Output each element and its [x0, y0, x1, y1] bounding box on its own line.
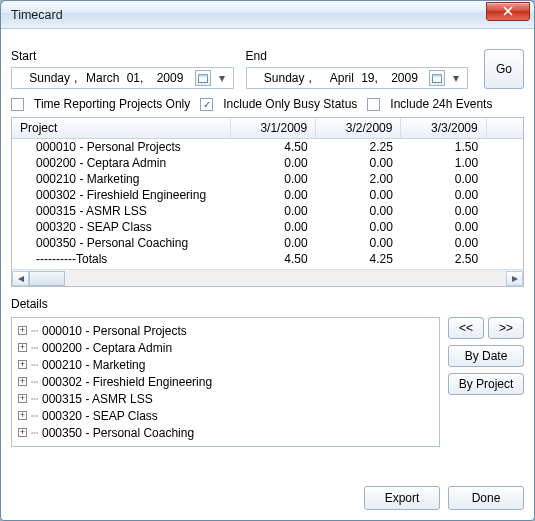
table-row[interactable]: 000320 - SEAP Class0.000.000.000.00 — [12, 219, 523, 235]
tree-item-label: 000010 - Personal Projects — [42, 324, 187, 338]
value-cell: 0.00 — [230, 219, 315, 235]
horizontal-scrollbar[interactable]: ◂ ▸ — [12, 269, 523, 286]
go-button[interactable]: Go — [484, 49, 524, 89]
value-cell: 2.25 — [486, 139, 523, 156]
value-cell: 0.00 — [486, 187, 523, 203]
start-dayname: Sunday — [16, 71, 70, 85]
busy-status-checkbox[interactable]: ✓ — [200, 98, 213, 111]
start-date-picker[interactable]: Sunday , March 01, 2009 ▾ — [11, 67, 234, 89]
col-date-1[interactable]: 3/1/2009 — [230, 118, 315, 139]
table-grid[interactable]: Project 3/1/2009 3/2/2009 3/3/2009 3/4/2… — [12, 118, 523, 269]
value-cell: 0.00 — [230, 155, 315, 171]
export-button[interactable]: Export — [364, 486, 440, 510]
timecard-table: Project 3/1/2009 3/2/2009 3/3/2009 3/4/2… — [11, 117, 524, 287]
value-cell: 0.00 — [401, 187, 486, 203]
table-row[interactable]: 000010 - Personal Projects4.502.251.502.… — [12, 139, 523, 156]
svg-rect-1 — [198, 75, 207, 77]
window-title: Timecard — [11, 8, 486, 22]
expand-icon[interactable]: + — [18, 343, 27, 352]
table-row[interactable]: 000315 - ASMR LSS0.000.000.000.75 — [12, 203, 523, 219]
tree-item[interactable]: +┄000315 - ASMR LSS — [14, 390, 437, 407]
value-cell: 2.25 — [316, 139, 401, 156]
tree-item[interactable]: +┄000200 - Ceptara Admin — [14, 339, 437, 356]
end-dayname: Sunday — [251, 71, 305, 85]
end-day: 19, — [358, 71, 378, 85]
tree-item[interactable]: +┄000210 - Marketing — [14, 356, 437, 373]
prev-button[interactable]: << — [448, 317, 484, 339]
tree-item-label: 000302 - Fireshield Engineering — [42, 375, 212, 389]
expand-icon[interactable]: + — [18, 394, 27, 403]
value-cell: 0.00 — [230, 235, 315, 251]
table-row[interactable]: 000350 - Personal Coaching0.000.000.001.… — [12, 235, 523, 251]
details-buttons: << >> By Date By Project — [448, 317, 524, 447]
close-button[interactable] — [486, 2, 530, 21]
value-cell: 4.50 — [230, 139, 315, 156]
start-label: Start — [11, 49, 234, 63]
tree-item[interactable]: +┄000320 - SEAP Class — [14, 407, 437, 424]
all-day-checkbox[interactable] — [367, 98, 380, 111]
project-cell: 000200 - Ceptara Admin — [12, 155, 230, 171]
value-cell: 4.25 — [316, 251, 401, 267]
project-cell: 000302 - Fireshield Engineering — [12, 187, 230, 203]
details-row: +┄000010 - Personal Projects+┄000200 - C… — [11, 317, 524, 447]
scroll-right-icon[interactable]: ▸ — [506, 271, 523, 286]
value-cell: 0.00 — [486, 219, 523, 235]
by-project-button[interactable]: By Project — [448, 373, 524, 395]
expand-icon[interactable]: + — [18, 377, 27, 386]
table-row[interactable]: 000302 - Fireshield Engineering0.000.000… — [12, 187, 523, 203]
time-reporting-label: Time Reporting Projects Only — [34, 97, 190, 111]
table-row[interactable]: 000200 - Ceptara Admin0.000.001.000.00 — [12, 155, 523, 171]
tree-item-label: 000350 - Personal Coaching — [42, 426, 194, 440]
next-button[interactable]: >> — [488, 317, 524, 339]
expand-icon[interactable]: + — [18, 326, 27, 335]
calendar-icon[interactable] — [195, 70, 211, 86]
col-date-4[interactable]: 3/4/20 — [486, 118, 523, 139]
done-button[interactable]: Done — [448, 486, 524, 510]
svg-rect-3 — [433, 75, 442, 77]
value-cell: 2.00 — [316, 171, 401, 187]
all-day-label: Include 24h Events — [390, 97, 492, 111]
tree-item[interactable]: +┄000302 - Fireshield Engineering — [14, 373, 437, 390]
bottom-buttons: Export Done — [11, 486, 524, 510]
col-date-2[interactable]: 3/2/2009 — [316, 118, 401, 139]
project-cell: 000315 - ASMR LSS — [12, 203, 230, 219]
tree-item-label: 000200 - Ceptara Admin — [42, 341, 172, 355]
project-cell: 000320 - SEAP Class — [12, 219, 230, 235]
expand-icon[interactable]: + — [18, 428, 27, 437]
start-year: 2009 — [147, 71, 183, 85]
table-row[interactable]: 000210 - Marketing0.002.000.002.00 — [12, 171, 523, 187]
project-cell: 000010 - Personal Projects — [12, 139, 230, 156]
value-cell: 0.00 — [316, 203, 401, 219]
table-row[interactable]: ----------Totals4.504.252.506.00 — [12, 251, 523, 267]
value-cell: 0.00 — [230, 171, 315, 187]
chevron-down-icon[interactable]: ▾ — [449, 71, 463, 85]
start-month: March — [83, 71, 119, 85]
chevron-down-icon[interactable]: ▾ — [215, 71, 229, 85]
value-cell: 1.00 — [486, 235, 523, 251]
timecard-window: Timecard Start Sunday , March 01, 2009 ▾… — [0, 0, 535, 521]
scroll-thumb[interactable] — [29, 271, 65, 286]
value-cell: 0.00 — [486, 155, 523, 171]
col-date-3[interactable]: 3/3/2009 — [401, 118, 486, 139]
calendar-icon[interactable] — [429, 70, 445, 86]
tree-item-label: 000320 - SEAP Class — [42, 409, 158, 423]
col-project[interactable]: Project — [12, 118, 230, 139]
tree-item[interactable]: +┄000010 - Personal Projects — [14, 322, 437, 339]
value-cell: 0.00 — [230, 187, 315, 203]
project-cell: 000350 - Personal Coaching — [12, 235, 230, 251]
expand-icon[interactable]: + — [18, 360, 27, 369]
tree-item[interactable]: +┄000350 - Personal Coaching — [14, 424, 437, 441]
busy-status-label: Include Only Busy Status — [223, 97, 357, 111]
time-reporting-checkbox[interactable] — [11, 98, 24, 111]
date-range-row: Start Sunday , March 01, 2009 ▾ End Sund… — [11, 37, 524, 89]
scroll-left-icon[interactable]: ◂ — [12, 271, 29, 286]
by-date-button[interactable]: By Date — [448, 345, 524, 367]
details-label: Details — [11, 297, 524, 311]
start-column: Start Sunday , March 01, 2009 ▾ — [11, 49, 234, 89]
expand-icon[interactable]: + — [18, 411, 27, 420]
end-date-picker[interactable]: Sunday , April 19, 2009 ▾ — [246, 67, 469, 89]
start-day: 01, — [123, 71, 143, 85]
tree-item-label: 000315 - ASMR LSS — [42, 392, 153, 406]
end-year: 2009 — [382, 71, 418, 85]
details-tree[interactable]: +┄000010 - Personal Projects+┄000200 - C… — [11, 317, 440, 447]
